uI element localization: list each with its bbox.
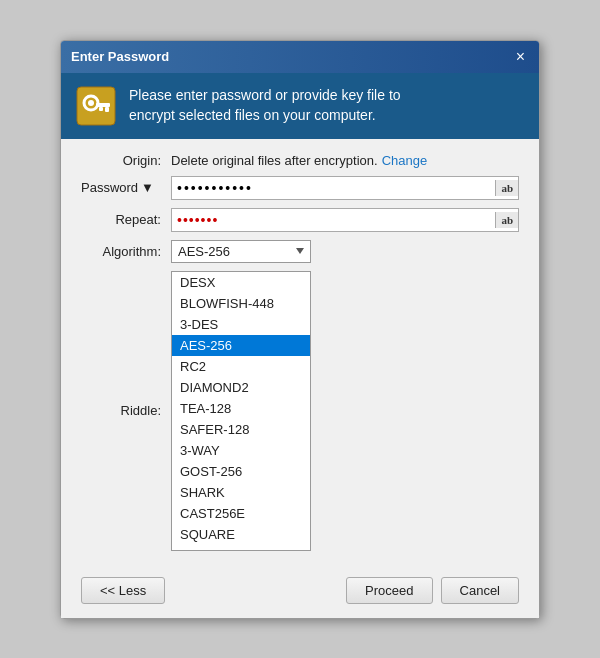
password-toggle-btn[interactable]: ab	[495, 180, 518, 196]
algorithm-option[interactable]: 3-DES	[172, 314, 310, 335]
algorithm-option[interactable]: AES-256	[172, 335, 310, 356]
algorithm-option[interactable]: TEA-128	[172, 398, 310, 419]
algorithm-option[interactable]: DIAMOND2	[172, 377, 310, 398]
password-dropdown-toggle[interactable]: Password ▼	[81, 180, 161, 195]
svg-point-5	[88, 100, 94, 106]
svg-rect-4	[99, 107, 103, 111]
origin-row: Origin: Delete original files after encr…	[81, 153, 519, 168]
less-button[interactable]: << Less	[81, 577, 165, 604]
enter-password-dialog: Enter Password × Please enter password o…	[60, 40, 540, 619]
algorithm-option[interactable]: SHARK	[172, 482, 310, 503]
svg-rect-2	[96, 103, 110, 107]
repeat-label: Repeat:	[81, 212, 171, 227]
algorithm-option[interactable]: SAFER-128	[172, 419, 310, 440]
dialog-title: Enter Password	[71, 49, 169, 64]
repeat-input[interactable]	[172, 209, 495, 231]
svg-rect-3	[105, 107, 109, 112]
algorithm-option[interactable]: BLOWFISH-448	[172, 293, 310, 314]
action-buttons: Proceed Cancel	[346, 577, 519, 604]
algorithm-option[interactable]: SKIPJACK80	[172, 545, 310, 551]
algorithm-dropdown-menu[interactable]: DESXBLOWFISH-4483-DESAES-256RC2DIAMOND2T…	[171, 271, 311, 551]
algorithm-chevron-icon	[296, 248, 304, 254]
password-row: Password ▼ ab	[81, 176, 519, 200]
bottom-row: << Less Proceed Cancel	[61, 567, 539, 618]
origin-label: Origin:	[81, 153, 171, 168]
riddle-row: Riddle: DESXBLOWFISH-4483-DESAES-256RC2D…	[81, 271, 311, 551]
riddle-label: Riddle:	[81, 403, 171, 418]
algorithm-option[interactable]: SQUARE	[172, 524, 310, 545]
algorithm-select[interactable]: AES-256	[171, 240, 311, 263]
algorithm-row: Algorithm: AES-256	[81, 240, 519, 263]
password-label: Password	[81, 180, 138, 195]
key-icon	[75, 85, 117, 127]
password-input[interactable]	[172, 177, 495, 199]
algorithm-option[interactable]: CAST256E	[172, 503, 310, 524]
algorithm-option[interactable]: DESX	[172, 272, 310, 293]
repeat-toggle-btn[interactable]: ab	[495, 212, 518, 228]
title-bar: Enter Password ×	[61, 41, 539, 73]
change-link[interactable]: Change	[382, 153, 428, 168]
algorithm-dropdown-area: AES-256	[171, 240, 311, 263]
password-input-wrapper: ab	[171, 176, 519, 200]
riddle-dropdown-container: Riddle: DESXBLOWFISH-4483-DESAES-256RC2D…	[81, 271, 519, 555]
header-text: Please enter password or provide key fil…	[129, 86, 401, 125]
repeat-row: Repeat: ab	[81, 208, 519, 232]
form-area: Origin: Delete original files after encr…	[61, 139, 539, 567]
password-label-area: Password ▼	[81, 180, 171, 195]
password-chevron-icon: ▼	[141, 180, 154, 195]
proceed-button[interactable]: Proceed	[346, 577, 432, 604]
header-banner: Please enter password or provide key fil…	[61, 73, 539, 139]
close-button[interactable]: ×	[512, 47, 529, 67]
algorithm-label: Algorithm:	[81, 244, 171, 259]
cancel-button[interactable]: Cancel	[441, 577, 519, 604]
algorithm-option[interactable]: RC2	[172, 356, 310, 377]
algorithm-option[interactable]: 3-WAY	[172, 440, 310, 461]
origin-value: Delete original files after encryption.	[171, 153, 378, 168]
algorithm-option[interactable]: GOST-256	[172, 461, 310, 482]
repeat-input-wrapper: ab	[171, 208, 519, 232]
algorithm-value: AES-256	[178, 244, 292, 259]
